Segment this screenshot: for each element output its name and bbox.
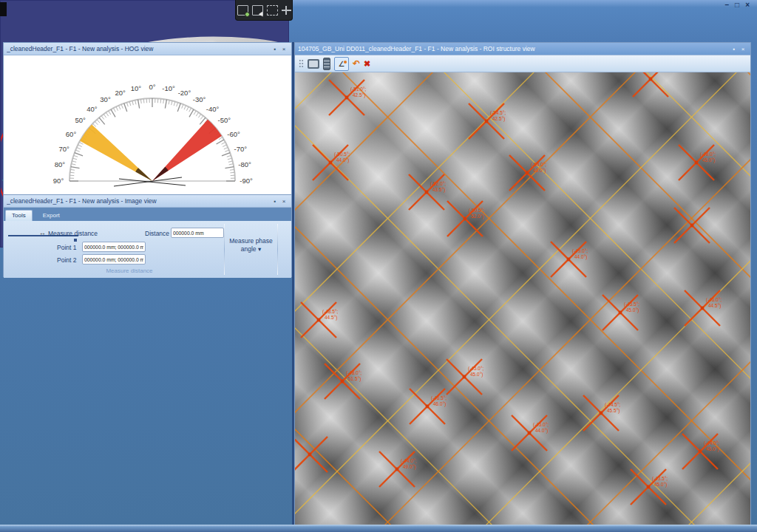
- distance-label: Distance: [145, 230, 169, 237]
- distance-input[interactable]: [171, 228, 224, 238]
- svg-text:-70°: -70°: [234, 145, 248, 153]
- group-separator: [224, 224, 225, 275]
- svg-text:(-48.5°;44.5°): (-48.5°;44.5°): [322, 309, 339, 321]
- point2-input[interactable]: [82, 254, 146, 265]
- zoom-slider-handle[interactable]: [74, 239, 77, 242]
- svg-text:-10°: -10°: [162, 84, 175, 92]
- hog-view-panel: _cleanedHeader_F1 - F1 - New analysis - …: [3, 42, 292, 194]
- svg-text:(-45.0°;44.0°): (-45.0°;44.0°): [533, 422, 549, 434]
- close-icon[interactable]: ×: [279, 198, 288, 205]
- close-icon[interactable]: ×: [279, 46, 288, 52]
- svg-text:(-45.0°;45.0°): (-45.0°;45.0°): [468, 366, 484, 378]
- ruler-icon[interactable]: [323, 58, 330, 70]
- image-panel-titlebar: _cleanedHeader_F1 - F1 - New analysis - …: [4, 195, 291, 208]
- delete-icon[interactable]: ✖: [364, 59, 370, 69]
- svg-text:90°: 90°: [53, 177, 64, 185]
- svg-text:40°: 40°: [86, 105, 98, 113]
- close-icon[interactable]: ×: [739, 46, 747, 52]
- svg-text:(-44.5°;45.5°): (-44.5°;45.5°): [605, 402, 621, 414]
- svg-text:60°: 60°: [66, 130, 77, 138]
- export-image-icon[interactable]: [308, 59, 319, 69]
- drag-grip-icon[interactable]: [299, 59, 304, 68]
- capture-device-icon[interactable]: [237, 5, 248, 16]
- measure-phase-angle-button[interactable]: Measure phase angle ▾: [226, 237, 276, 253]
- svg-text:(-44.0°;49.0°): (-44.0°;49.0°): [401, 458, 417, 470]
- svg-text:(-45.5°;45.0°): (-45.5°;45.0°): [624, 301, 640, 313]
- measure-angle-tool-icon[interactable]: ∠: [334, 57, 349, 71]
- pin-icon[interactable]: ▪: [730, 46, 739, 52]
- tab-export[interactable]: Export: [37, 211, 66, 221]
- group-separator: [277, 224, 278, 275]
- roi-structure-view-panel: 104705_GB_Uni DD011_cleanedHeader_F1 - F…: [294, 42, 751, 525]
- roi-structure-image[interactable]: (-51.0°;42.5°)(-50.5°;44.0°)(-52.0°;43.5…: [295, 72, 750, 526]
- svg-text:(-54.5°;42.5°): (-54.5°;42.5°): [490, 110, 506, 122]
- svg-text:20°: 20°: [115, 89, 126, 97]
- hog-panel-title: _cleanedHeader_F1 - F1 - New analysis - …: [7, 45, 271, 52]
- pin-icon[interactable]: ▪: [271, 46, 279, 52]
- window-controls: – □ ×: [725, 1, 750, 9]
- close-icon[interactable]: ×: [745, 1, 750, 9]
- point1-input[interactable]: [82, 242, 146, 252]
- undo-icon[interactable]: ↶: [353, 58, 360, 69]
- image-panel-title: _cleanedHeader_F1 - F1 - New analysis - …: [7, 197, 271, 205]
- tab-tools[interactable]: Tools: [5, 210, 33, 221]
- window-bottom-frame: [0, 525, 757, 532]
- svg-text:80°: 80°: [55, 160, 66, 168]
- svg-text:(-48.0°;45.0°): (-48.0°;45.0°): [700, 151, 716, 163]
- dropdown-arrow-icon: ▾: [258, 245, 261, 253]
- svg-text:(-44.0°;45.0°): (-44.0°;45.0°): [704, 440, 720, 452]
- crosshair-icon[interactable]: [282, 6, 291, 15]
- svg-text:(-46.0°;44.5°): (-46.0°;44.5°): [706, 297, 722, 309]
- svg-text:-60°: -60°: [227, 130, 240, 138]
- svg-text:30°: 30°: [100, 95, 111, 103]
- image-view-panel: _cleanedHeader_F1 - F1 - New analysis - …: [3, 194, 292, 277]
- measure-arrow-icon: ↔: [39, 229, 46, 236]
- svg-text:(-52.0°;43.5°): (-52.0°;43.5°): [430, 181, 447, 193]
- minimize-icon[interactable]: –: [725, 1, 730, 9]
- svg-text:(-51.0°;42.5°): (-51.0°;42.5°): [350, 86, 367, 98]
- svg-text:-30°: -30°: [193, 95, 206, 103]
- point2-label: Point 2: [57, 256, 76, 264]
- measure-distance-label: Measure distance: [48, 230, 98, 237]
- svg-text:0°: 0°: [149, 83, 155, 91]
- svg-text:(-49.0°;44.0°): (-49.0°;44.0°): [572, 248, 588, 260]
- pointer-icon[interactable]: [252, 5, 263, 16]
- svg-text:(-48.0°;51.5°): (-48.0°;51.5°): [346, 370, 362, 382]
- restore-icon[interactable]: □: [735, 1, 739, 9]
- measure-distance-group-caption: Measure distance: [67, 267, 192, 274]
- 3d-view-corner-tab[interactable]: [0, 2, 7, 16]
- application-window: – □ × _cleanedHeader_F1 - F1 - New analy…: [0, 0, 757, 532]
- hog-angle-gauge: 90°80°70°60°50°40°30°20°10°0°-10°-20°-30…: [4, 55, 291, 194]
- svg-text:-40°: -40°: [206, 105, 220, 113]
- roi-panel-titlebar: 104705_GB_Uni DD011_cleanedHeader_F1 - F…: [295, 43, 750, 55]
- svg-text:-20°: -20°: [178, 89, 191, 97]
- roi-panel-title: 104705_GB_Uni DD011_cleanedHeader_F1 - F…: [298, 45, 730, 52]
- svg-text:50°: 50°: [75, 116, 86, 124]
- pin-icon[interactable]: ▪: [271, 198, 279, 205]
- frame-select-icon[interactable]: [267, 5, 278, 16]
- tools-ribbon: ↔ Measure distance Distance Point 1 Poin…: [4, 221, 291, 278]
- quick-access-toolbar: [235, 0, 293, 21]
- svg-text:10°: 10°: [131, 84, 142, 92]
- svg-text:-80°: -80°: [238, 160, 251, 168]
- hog-panel-titlebar: _cleanedHeader_F1 - F1 - New analysis - …: [4, 43, 291, 55]
- ribbon-tabstrip: Tools Export: [4, 208, 291, 221]
- svg-text:(-43.5°;45.0°): (-43.5°;45.0°): [652, 476, 668, 488]
- svg-text:(-46.5°;46.0°): (-46.5°;46.0°): [431, 395, 447, 407]
- fiber-angle-overlay: (-51.0°;42.5°)(-50.5°;44.0°)(-52.0°;43.5…: [295, 72, 750, 526]
- svg-text:-50°: -50°: [218, 116, 231, 124]
- svg-text:-90°: -90°: [240, 177, 253, 185]
- svg-text:(-50.5°;52.0°): (-50.5°;52.0°): [469, 208, 485, 219]
- svg-text:(-54.0°;43.0°): (-54.0°;43.0°): [531, 162, 547, 174]
- point1-label: Point 1: [57, 244, 76, 251]
- roi-toolbar: ∠ ↶ ✖: [295, 55, 750, 72]
- svg-text:70°: 70°: [58, 145, 69, 153]
- svg-text:(-50.5°;44.0°): (-50.5°;44.0°): [334, 151, 350, 163]
